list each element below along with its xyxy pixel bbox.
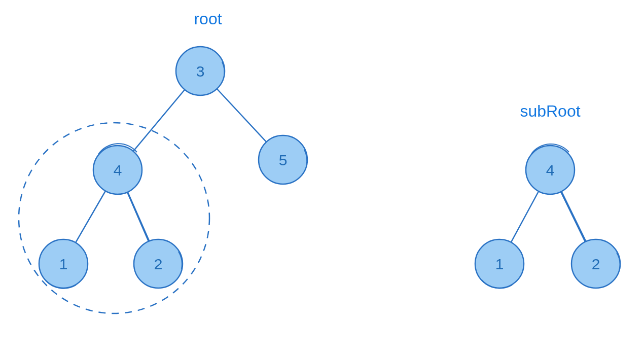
root-node-2-value: 2 [154, 256, 163, 272]
root-node-4: 4 [93, 144, 142, 194]
subroot-node-1: 1 [475, 239, 524, 288]
root-node-5: 5 [259, 135, 307, 184]
subroot-node-2-value: 2 [592, 256, 600, 272]
subroot-node-1-value: 1 [495, 256, 504, 272]
subroot-node-4-value: 4 [546, 162, 555, 179]
root-tree-label: root [194, 10, 222, 28]
root-node-5-value: 5 [279, 152, 288, 168]
root-node-3: 3 [176, 47, 225, 95]
subroot-tree-label: subRoot [520, 102, 580, 120]
root-node-4-value: 4 [114, 162, 122, 179]
root-node-1-value: 1 [59, 256, 68, 272]
subroot-node-4: 4 [526, 144, 575, 194]
root-node-3-value: 3 [196, 63, 205, 80]
root-node-2: 2 [134, 239, 183, 288]
root-node-1: 1 [39, 239, 88, 289]
diagram-canvas: root 3 5 4 1 2 subRoot [0, 0, 644, 355]
subroot-node-2: 2 [571, 239, 620, 288]
